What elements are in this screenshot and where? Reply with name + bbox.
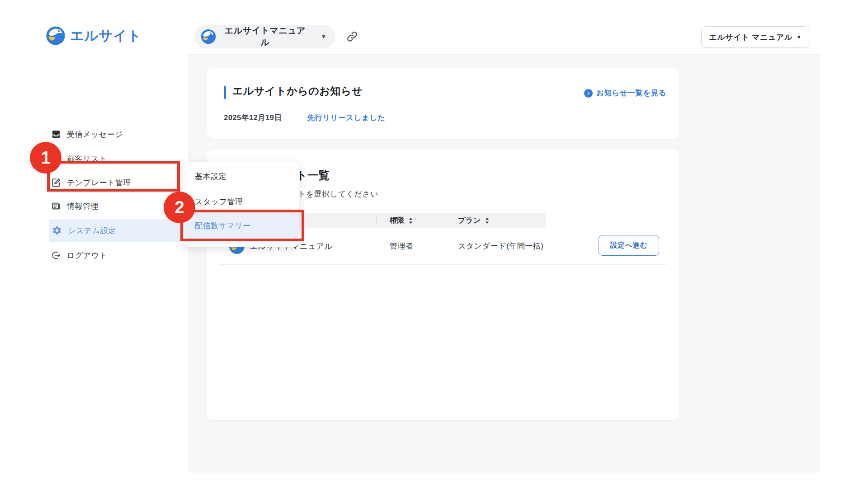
column-header-plan[interactable]: プラン xyxy=(458,213,490,228)
row-divider xyxy=(221,264,666,265)
brand-logo: エルサイト xyxy=(45,25,142,46)
gear-icon xyxy=(52,225,62,235)
account-menu-label: エルサイト マニュアル xyxy=(709,32,792,42)
site-plan: スタンダード(年間一括) xyxy=(458,241,543,251)
template-edit-icon xyxy=(51,178,61,188)
newspaper-icon xyxy=(51,201,61,211)
submenu-item-basic-settings[interactable]: 基本設定 xyxy=(183,162,299,191)
chevron-right-circle-icon xyxy=(584,89,593,98)
view-all-announcements-label: お知らせ一覧を見る xyxy=(596,88,666,98)
site-list-title: ト一覧 xyxy=(296,168,330,183)
caret-down-icon: ▼ xyxy=(797,34,802,40)
announcement-list-item[interactable]: 2025年12月19日 先行リリースしました xyxy=(224,113,385,123)
column-divider xyxy=(376,216,377,225)
sidebar-item-info-management[interactable]: 情報管理 xyxy=(51,196,99,216)
copy-link-button[interactable] xyxy=(345,30,359,44)
app-root: エルサイト エルサイトマニュアル ▼ エルサイト マニュアル ▼ 受信メッセージ xyxy=(0,0,868,488)
logout-icon xyxy=(51,250,61,260)
link-icon xyxy=(346,30,359,43)
brand-logo-text: エルサイト xyxy=(70,27,142,45)
submenu-item-staff-management[interactable]: スタッフ管理 xyxy=(183,191,299,212)
sort-icon[interactable] xyxy=(408,217,413,224)
title-accent-bar xyxy=(224,86,226,99)
sidebar-item-logout[interactable]: ログアウト xyxy=(51,245,108,265)
submenu-item-delivery-summary[interactable]: 配信数サマリー xyxy=(183,212,299,239)
account-avatar-icon xyxy=(200,28,217,45)
sidebar-item-template-management[interactable]: テンプレート管理 xyxy=(51,173,131,192)
go-to-settings-button[interactable]: 設定へ進む xyxy=(599,235,659,256)
system-settings-submenu: 基本設定 スタッフ管理 配信数サマリー xyxy=(183,162,299,247)
column-divider xyxy=(442,216,442,225)
announcement-date: 2025年12月19日 xyxy=(224,113,282,123)
sidebar: 受信メッセージ 顧客リスト テンプレート管理 情報管理 システム設定 xyxy=(0,54,189,472)
inbox-icon xyxy=(51,129,61,139)
announcement-card-title: エルサイトからのお知らせ xyxy=(232,84,363,98)
person-icon xyxy=(51,154,61,164)
account-selector[interactable]: エルサイトマニュアル ▼ xyxy=(194,25,335,48)
sort-icon[interactable] xyxy=(485,217,490,224)
sidebar-item-system-settings[interactable]: システム設定 xyxy=(49,219,182,242)
announcement-card: エルサイトからのお知らせ お知らせ一覧を見る 2025年12月19日 先行リリー… xyxy=(207,68,679,139)
caret-down-icon: ▼ xyxy=(321,33,326,40)
account-menu-button[interactable]: エルサイト マニュアル ▼ xyxy=(701,26,809,48)
view-all-announcements-link[interactable]: お知らせ一覧を見る xyxy=(584,88,666,98)
sidebar-item-customer-list[interactable]: 顧客リスト xyxy=(51,149,107,169)
site-permission: 管理者 xyxy=(390,241,414,251)
site-list-subtitle: トを選択してください xyxy=(298,189,378,199)
account-selector-label: エルサイトマニュアル xyxy=(223,25,307,48)
brand-logo-icon xyxy=(45,25,66,46)
column-header-permission[interactable]: 権限 xyxy=(390,213,413,228)
announcement-link[interactable]: 先行リリースしました xyxy=(307,113,385,123)
sidebar-item-inbox-messages[interactable]: 受信メッセージ xyxy=(51,124,123,144)
